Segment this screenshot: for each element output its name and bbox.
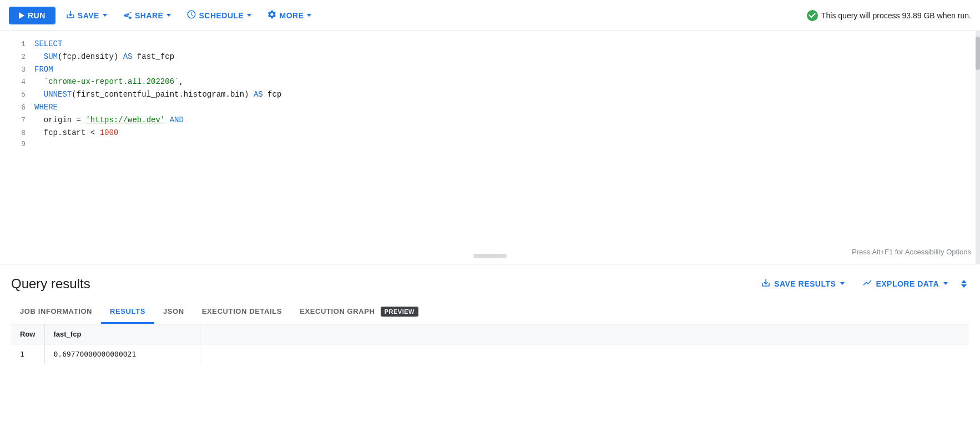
column-header-empty (200, 324, 969, 344)
explore-data-label: EXPLORE DATA (876, 279, 939, 288)
cell-empty (200, 344, 969, 364)
schedule-button[interactable]: SCHEDULE (181, 5, 257, 26)
run-label: RUN (28, 11, 46, 20)
query-results-section: Query results SAVE RESULTS EXPLORE DATA (0, 264, 980, 364)
share-label: SHARE (135, 11, 164, 20)
results-title: Query results (11, 276, 754, 292)
save-dropdown-arrow (103, 14, 107, 17)
line-number: 6 (9, 102, 26, 114)
cell-row-number: 1 (11, 344, 44, 364)
results-actions: SAVE RESULTS EXPLORE DATA (754, 273, 969, 294)
code-text: `chrome-ux-report.all.202206`, (34, 76, 184, 88)
code-line-8: 8 fcp.start < 1000 (0, 127, 980, 139)
table-row: 1 0.69770000000000021 (11, 344, 969, 364)
run-button[interactable]: RUN (9, 7, 55, 24)
code-text: SUM(fcp.density) AS fast_fcp (34, 51, 174, 63)
more-button[interactable]: MORE (261, 5, 317, 26)
code-line-9: 9 (0, 139, 980, 151)
explore-icon (862, 278, 872, 289)
column-header-fast-fcp: fast_fcp (44, 324, 200, 344)
tab-execution-graph[interactable]: EXECUTION GRAPH PREVIEW (291, 300, 427, 324)
line-number: 9 (9, 139, 26, 151)
more-dropdown-arrow (307, 14, 311, 17)
schedule-icon (186, 9, 196, 21)
tab-json[interactable]: JSON (154, 300, 193, 324)
save-results-icon (761, 278, 771, 289)
code-text: UNNEST(first_contentful_paint.histogram.… (34, 88, 281, 101)
table-header-row: Row fast_fcp (11, 324, 969, 344)
code-line-7: 7 origin = 'https://web.dev' AND (0, 114, 980, 127)
expand-collapse-button[interactable] (959, 278, 969, 290)
code-line-6: 6 WHERE (0, 101, 980, 114)
save-label: SAVE (78, 11, 99, 20)
editor-content: 1 SELECT 2 SUM(fcp.density) AS fast_fcp … (0, 31, 980, 157)
code-editor[interactable]: 1 SELECT 2 SUM(fcp.density) AS fast_fcp … (0, 31, 980, 264)
code-line-3: 3 FROM (0, 63, 980, 76)
save-icon (65, 9, 75, 21)
line-number: 7 (9, 115, 26, 127)
gear-icon (267, 9, 277, 21)
accessibility-hint: Press Alt+F1 for Accessibility Options (852, 248, 971, 256)
share-button[interactable]: SHARE (117, 5, 177, 26)
cell-fast-fcp: 0.69770000000000021 (44, 344, 200, 364)
line-number: 1 (9, 39, 26, 51)
results-table: Row fast_fcp 1 0.69770000000000021 (11, 324, 969, 364)
share-dropdown-arrow (166, 14, 171, 17)
more-label: MORE (279, 11, 304, 20)
code-text: FROM (34, 63, 53, 76)
code-line-1: 1 SELECT (0, 38, 980, 51)
save-results-label: SAVE RESULTS (774, 279, 836, 288)
code-line-2: 2 SUM(fcp.density) AS fast_fcp (0, 51, 980, 63)
check-circle-icon (807, 10, 818, 21)
play-icon (19, 12, 24, 19)
code-line-5: 5 UNNEST(first_contentful_paint.histogra… (0, 88, 980, 101)
explore-data-button[interactable]: EXPLORE DATA (856, 273, 954, 294)
preview-badge: PREVIEW (381, 307, 418, 317)
tab-results[interactable]: RESULTS (101, 300, 154, 324)
save-button[interactable]: SAVE (60, 5, 113, 26)
save-results-dropdown-arrow (840, 282, 845, 285)
schedule-label: SCHEDULE (199, 11, 244, 20)
line-number: 5 (9, 89, 26, 101)
query-info-text: This query will process 93.89 GB when ru… (821, 11, 971, 20)
query-info: This query will process 93.89 GB when ru… (807, 10, 971, 21)
code-text: WHERE (34, 101, 58, 113)
share-icon (123, 9, 133, 21)
code-text: origin = 'https://web.dev' AND (34, 114, 184, 126)
line-number: 3 (9, 64, 26, 76)
code-text: SELECT (34, 38, 62, 50)
explore-dropdown-arrow (943, 282, 948, 285)
save-results-button[interactable]: SAVE RESULTS (754, 273, 851, 294)
tab-execution-details[interactable]: EXECUTION DETAILS (193, 300, 291, 324)
results-header: Query results SAVE RESULTS EXPLORE DATA (11, 273, 969, 294)
code-text: fcp.start < 1000 (34, 127, 118, 139)
toolbar: RUN SAVE SHARE SCHEDULE MORE This query … (0, 0, 980, 31)
line-number: 2 (9, 52, 26, 63)
scrollbar-thumb (976, 37, 980, 70)
vertical-scrollbar[interactable] (976, 31, 980, 264)
code-line-4: 4 `chrome-ux-report.all.202206`, (0, 76, 980, 88)
horizontal-scrollbar[interactable] (473, 254, 507, 258)
line-number: 4 (9, 77, 26, 88)
column-header-row: Row (11, 324, 44, 344)
line-number: 8 (9, 128, 26, 139)
results-tabs: JOB INFORMATION RESULTS JSON EXECUTION D… (11, 300, 969, 324)
schedule-dropdown-arrow (247, 14, 251, 17)
tab-job-information[interactable]: JOB INFORMATION (11, 300, 101, 324)
expand-arrows-icon (961, 280, 967, 288)
